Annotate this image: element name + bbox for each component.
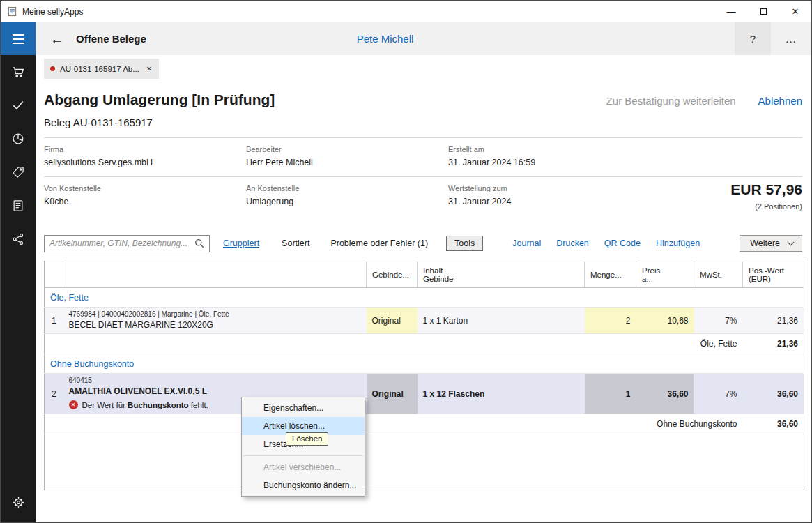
fields-row-1: Firma sellysolutions Serv.ges.mbH Bearbe… xyxy=(44,138,802,177)
app-header: ← Offene Belege Pete Michell ? ... xyxy=(36,22,811,55)
tag-icon xyxy=(11,165,25,179)
preis-cell[interactable]: 36,60 xyxy=(636,374,694,414)
article-meta: 4769984 | 04000492002816 | Margarine | Ö… xyxy=(69,310,361,319)
search-input[interactable] xyxy=(49,238,194,248)
close-button[interactable]: ✕ xyxy=(779,1,811,22)
menu-item-artikel-verschieben: Artikel verschieben... xyxy=(242,458,365,476)
mwst-cell: 7% xyxy=(694,374,743,414)
col-description xyxy=(63,262,367,288)
app-icon xyxy=(7,6,17,17)
group-footer-oele-fette: Öle, Fette 21,36 xyxy=(45,334,804,354)
sidebar-item-settings[interactable] xyxy=(1,485,36,519)
col-gebinde[interactable]: Gebinde... xyxy=(367,262,418,288)
gebinde-cell[interactable]: Original xyxy=(367,374,418,414)
document-actions: Zur Bestätigung weiterleiten Ablehnen xyxy=(606,95,802,107)
positions-table: Gebinde... InhaltGebinde Menge... Preisa… xyxy=(44,261,804,490)
gebinde-cell[interactable]: Original xyxy=(367,308,418,334)
pie-chart-icon xyxy=(11,132,25,146)
field-bearbeiter: Bearbeiter Herr Pete Michell xyxy=(246,145,448,168)
sidebar-item-cart[interactable] xyxy=(1,55,36,89)
search-icon xyxy=(194,238,204,248)
table-row-1[interactable]: 1 4769984 | 04000492002816 | Margarine |… xyxy=(45,308,804,334)
document-tab[interactable]: AU-0131-165917 Ab... ✕ xyxy=(44,59,159,79)
error-text: Der Wert für Buchungskonto fehlt. xyxy=(82,401,208,409)
main-panel: Abgang Umlagerung [In Prüfung] Zur Bestä… xyxy=(36,79,811,522)
error-icon: ✕ xyxy=(69,400,78,409)
more-dropdown-button[interactable]: Weitere xyxy=(740,235,802,252)
tooltip: Löschen xyxy=(286,432,328,446)
field-wertstellung: Wertstellung zum 31. Januar 2024 xyxy=(448,184,650,207)
sorted-toggle[interactable]: Sortiert xyxy=(282,238,309,248)
context-menu: Eigenschaften... Artikel löschen... Erse… xyxy=(241,397,365,497)
user-link[interactable]: Pete Michell xyxy=(36,33,735,45)
menge-cell[interactable]: 2 xyxy=(585,308,636,334)
menu-item-eigenschaften[interactable]: Eigenschaften... xyxy=(242,399,365,417)
table-empty-space xyxy=(45,434,804,490)
menu-item-buchungskonto-aendern[interactable]: Buchungskonto ändern... xyxy=(242,476,365,494)
sidebar-item-reports[interactable] xyxy=(1,122,36,156)
article-cell: 4769984 | 04000492002816 | Margarine | Ö… xyxy=(63,308,367,334)
col-inhalt[interactable]: InhaltGebinde xyxy=(418,262,585,288)
window-title: Meine sellyApps xyxy=(22,7,83,17)
col-poswert[interactable]: Pos.-Wert(EUR) xyxy=(743,262,804,288)
sidebar-item-journal[interactable] xyxy=(1,189,36,222)
document-title: Abgang Umlagerung [In Prüfung] xyxy=(44,90,275,109)
document-number: Beleg AU-0131-165917 xyxy=(44,116,802,129)
tab-label: AU-0131-165917 Ab... xyxy=(60,65,139,73)
group-header-ohne-buchungskonto[interactable]: Ohne Buchungskonto xyxy=(45,354,804,374)
table-header-row: Gebinde... InhaltGebinde Menge... Preisa… xyxy=(45,262,804,288)
total-positions: (2 Positionen) xyxy=(730,202,802,211)
forward-action-button[interactable]: Zur Bestätigung weiterleiten xyxy=(606,95,736,107)
sidebar-item-tags[interactable] xyxy=(1,156,36,189)
menu-separator xyxy=(243,455,363,456)
mwst-cell: 7% xyxy=(694,308,743,334)
preis-cell[interactable]: 10,68 xyxy=(636,308,694,334)
hamburger-menu-button[interactable] xyxy=(1,22,36,55)
group-header-oele-fette[interactable]: Öle, Fette xyxy=(45,288,804,308)
fields-row-2: Von Kostenstelle Küche An Kostenstelle U… xyxy=(44,177,802,215)
tab-strip: AU-0131-165917 Ab... ✕ xyxy=(36,55,811,79)
field-an-kostenstelle: An Kostenstelle Umlagerung xyxy=(246,184,448,207)
app-window: Meine sellyApps — ✕ xyxy=(0,0,812,523)
table-row-2-selected[interactable]: 2 640415 AMALTHIA OLIVENOEL EX.VI.0,5 L … xyxy=(45,374,804,414)
poswert-cell: 21,36 xyxy=(743,308,804,334)
document-head: Abgang Umlagerung [In Prüfung] Zur Bestä… xyxy=(44,90,802,109)
journal-link[interactable]: Journal xyxy=(512,238,541,248)
unsaved-dot-icon xyxy=(50,66,55,71)
reject-action-button[interactable]: Ablehnen xyxy=(758,95,802,107)
article-search[interactable] xyxy=(44,235,210,252)
inhalt-cell: 1 x 12 Flaschen xyxy=(418,374,585,414)
maximize-button[interactable] xyxy=(747,1,779,22)
help-button[interactable]: ? xyxy=(735,22,771,55)
inhalt-cell: 1 x 1 Karton xyxy=(418,308,585,334)
minimize-button[interactable]: — xyxy=(715,1,747,22)
tab-close-icon[interactable]: ✕ xyxy=(146,65,152,73)
qr-code-link[interactable]: QR Code xyxy=(604,238,641,248)
problems-filter[interactable]: Probleme oder Fehler (1) xyxy=(330,238,428,248)
tools-button[interactable]: Tools xyxy=(446,236,483,251)
field-firma: Firma sellysolutions Serv.ges.mbH xyxy=(44,145,246,168)
window-controls: — ✕ xyxy=(715,1,811,22)
hamburger-icon xyxy=(13,34,24,44)
col-mwst[interactable]: MwSt. xyxy=(694,262,743,288)
poswert-cell: 36,60 xyxy=(743,374,804,414)
print-link[interactable]: Drucken xyxy=(556,238,589,248)
header-more-button[interactable]: ... xyxy=(771,22,811,55)
maximize-icon xyxy=(760,8,767,15)
add-link[interactable]: Hinzufügen xyxy=(656,238,700,248)
menge-cell[interactable]: 1 xyxy=(585,374,636,414)
sidebar-item-share[interactable] xyxy=(1,222,36,256)
article-name: BECEL DIAET MARGARINE 120X20G xyxy=(69,320,361,331)
position-number: 1 xyxy=(45,308,63,334)
cart-icon xyxy=(11,65,25,79)
gear-icon xyxy=(11,495,26,510)
field-erstellt-am: Erstellt am 31. Januar 2024 16:59 xyxy=(448,145,650,168)
check-icon xyxy=(11,98,25,112)
col-preis[interactable]: Preisa... xyxy=(636,262,694,288)
chevron-down-icon xyxy=(788,238,795,245)
grouped-toggle[interactable]: Gruppiert xyxy=(223,238,259,248)
total-amount: EUR 57,96 xyxy=(730,181,802,198)
document-total: EUR 57,96 (2 Positionen) xyxy=(730,181,802,211)
col-menge[interactable]: Menge... xyxy=(585,262,636,288)
sidebar-item-tasks[interactable] xyxy=(1,89,36,122)
